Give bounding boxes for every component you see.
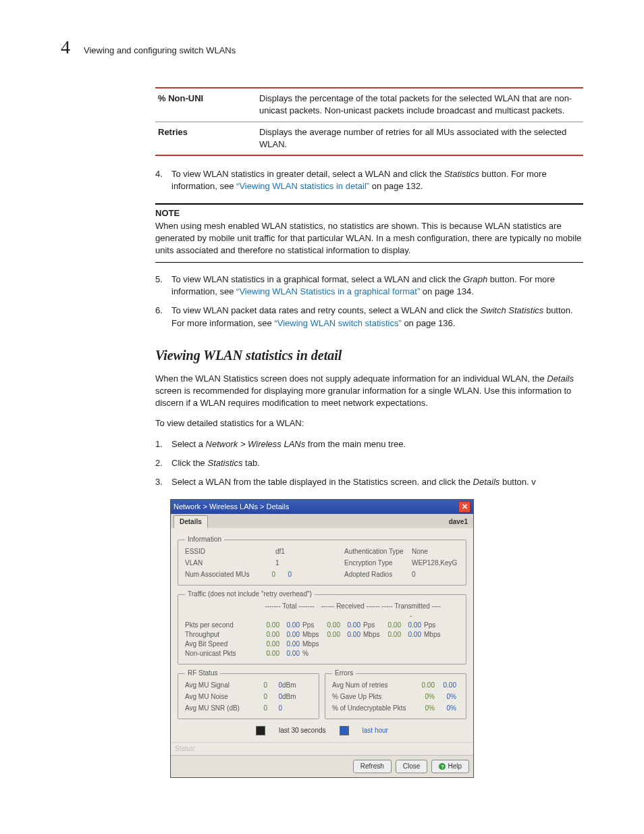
dialog-title: Network > Wireless LANs > Details bbox=[173, 502, 289, 512]
details-dialog: Network > Wireless LANs > Details ✕ Deta… bbox=[170, 499, 474, 778]
help-icon: ? bbox=[439, 763, 446, 770]
section-heading: Viewing WLAN statistics in detail bbox=[155, 346, 583, 365]
step-number: 6. bbox=[155, 305, 171, 329]
refresh-button[interactable]: Refresh bbox=[353, 760, 392, 773]
definitions-table: % Non-UNI Displays the percentage of the… bbox=[155, 87, 583, 156]
step-4: 4. To view WLAN statistics in greater de… bbox=[155, 168, 583, 192]
page-title: Viewing and configuring switch WLANs bbox=[84, 45, 236, 57]
note-label: NOTE bbox=[155, 207, 583, 219]
step-number: 5. bbox=[155, 273, 171, 298]
step-5: 5. To view WLAN statistics in a graphica… bbox=[155, 273, 583, 330]
link-graphical-stats[interactable]: “Viewing WLAN Statistics in a graphical … bbox=[236, 286, 420, 296]
paragraph: When the WLAN Statistics screen does not… bbox=[155, 373, 583, 410]
time-legend: last 30 seconds last hour bbox=[178, 726, 466, 735]
traffic-fieldset: Traffic (does not include "retry overhea… bbox=[178, 590, 466, 664]
close-icon[interactable]: ✕ bbox=[458, 501, 471, 513]
help-button[interactable]: ?Help bbox=[431, 760, 469, 773]
dialog-titlebar: Network > Wireless LANs > Details ✕ bbox=[171, 500, 473, 514]
traffic-row: Avg Bit Speed0.000.00Mbps bbox=[185, 640, 459, 649]
page-number: 4 bbox=[61, 34, 70, 60]
page-header: 4 Viewing and configuring switch WLANs bbox=[61, 34, 583, 60]
step-text: To view WLAN statistics in a graphical f… bbox=[171, 273, 583, 298]
steps-list: 1.Select a Network > Wireless LANs from … bbox=[155, 438, 583, 489]
information-fieldset: Information ESSIDdf1 Authentication Type… bbox=[178, 535, 466, 585]
link-switch-stats[interactable]: “Viewing WLAN switch statistics” bbox=[274, 318, 401, 328]
step-number: 4. bbox=[155, 168, 171, 192]
swatch-last30 bbox=[256, 726, 265, 735]
paragraph: To view detailed statistics for a WLAN: bbox=[155, 417, 583, 429]
step-text: To view WLAN packet data rates and retry… bbox=[171, 305, 583, 329]
status-bar: Status: bbox=[171, 742, 473, 755]
def-term: Retries bbox=[155, 126, 259, 151]
close-button[interactable]: Close bbox=[396, 760, 428, 773]
def-term: % Non-UNI bbox=[155, 93, 259, 117]
rf-status-fieldset: RF Status Avg MU Signal00dBmAvg MU Noise… bbox=[178, 669, 319, 719]
traffic-row: Pkts per second0.000.00Pps0.000.00Pps0.0… bbox=[185, 621, 459, 630]
def-desc: Displays the percentage of the total pac… bbox=[259, 93, 583, 117]
step-text: To view WLAN statistics in greater detai… bbox=[171, 168, 583, 192]
tab-details[interactable]: Details bbox=[173, 515, 208, 528]
user-label: dave1 bbox=[449, 517, 471, 528]
traffic-row: Throughput0.000.00Mbps0.000.00Mbps0.000.… bbox=[185, 630, 459, 640]
traffic-row: Non-unicast Pkts0.000.00% bbox=[185, 649, 459, 658]
def-desc: Displays the average number of retries f… bbox=[259, 126, 583, 151]
swatch-lasthour bbox=[340, 726, 349, 735]
note-block: NOTE When using mesh enabled WLAN statis… bbox=[155, 203, 583, 263]
note-text: When using mesh enabled WLAN statistics,… bbox=[155, 220, 583, 257]
errors-fieldset: Errors Avg Num of retries0.000.00% Gave … bbox=[325, 669, 466, 719]
dialog-footer: Refresh Close ?Help bbox=[171, 755, 473, 777]
link-detail-stats[interactable]: “Viewing WLAN statistics in detail” bbox=[236, 181, 369, 191]
